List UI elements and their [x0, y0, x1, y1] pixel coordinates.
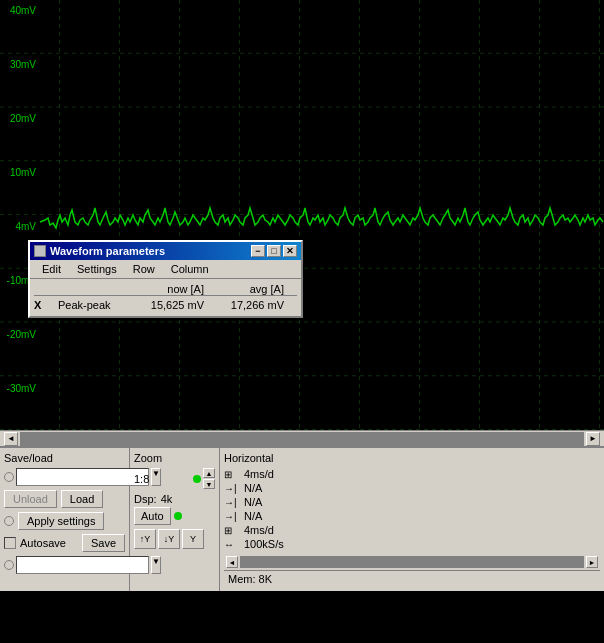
zoom-ratio-value: 1:8 — [134, 473, 191, 485]
zoom-down-button[interactable]: ▼ — [203, 479, 215, 489]
save-load-label: Save/load — [4, 452, 125, 464]
header-now: now [A] — [128, 283, 208, 295]
auto-indicator — [174, 512, 182, 520]
h-row-3: →| N/A — [224, 496, 600, 508]
h-scroll-right-button[interactable]: ► — [586, 556, 598, 568]
menu-row[interactable]: Row — [125, 262, 163, 276]
scroll-right-button[interactable]: ► — [586, 432, 600, 446]
table-row: X Peak-peak 15,625 mV 17,266 mV — [34, 298, 297, 312]
y-label-40mv: 40mV — [10, 5, 36, 16]
row-avg-val: 17,266 mV — [208, 299, 288, 311]
scope-display: 40mV 30mV 20mV 10mV 4mV -10mV -20mV -30m… — [0, 0, 604, 430]
h-row-2: →| N/A — [224, 482, 600, 494]
bottom-radio[interactable] — [4, 560, 14, 570]
mem-label: Mem: 8K — [228, 573, 272, 585]
save-input-row: ▼ — [4, 468, 125, 486]
bottom-input-row: ▼ — [4, 556, 125, 574]
trigger-c-icon[interactable]: Y — [182, 529, 204, 549]
dsp-value: 4k — [161, 493, 173, 505]
autosave-checkbox[interactable] — [4, 537, 16, 549]
menu-settings[interactable]: Settings — [69, 262, 125, 276]
save-button[interactable]: Save — [82, 534, 125, 552]
dsp-row: Dsp: 4k — [134, 493, 215, 505]
unload-button[interactable]: Unload — [4, 490, 57, 508]
h-row-6: ↔ 100kS/s — [224, 538, 600, 550]
trigger-b-icon[interactable]: ↓Y — [158, 529, 180, 549]
dialog-title: Waveform parameters — [50, 245, 165, 257]
dialog-icon — [34, 245, 46, 257]
zoom-ratio-row: 1:8 ▲ ▼ — [134, 468, 215, 489]
header-avg: avg [A] — [208, 283, 288, 295]
h-row-1: ⊞ 4ms/d — [224, 468, 600, 480]
h-value-1: 4ms/d — [244, 468, 274, 480]
autosave-label: Autosave — [20, 537, 66, 549]
h-row-4: →| N/A — [224, 510, 600, 522]
h-row-5: ⊞ 4ms/d — [224, 524, 600, 536]
h-value-5: 4ms/d — [244, 524, 274, 536]
menu-edit[interactable]: Edit — [34, 262, 69, 276]
apply-radio[interactable] — [4, 516, 14, 526]
h-value-4: N/A — [244, 510, 262, 522]
table-header: now [A] avg [A] — [34, 283, 297, 296]
h-icon-6: ↔ — [224, 539, 240, 550]
h-icon-2: →| — [224, 483, 240, 494]
horizontal-section: Horizontal ⊞ 4ms/d →| N/A →| N/A →| N/A … — [220, 448, 604, 591]
close-button[interactable]: ✕ — [283, 245, 297, 257]
menu-column[interactable]: Column — [163, 262, 217, 276]
controls-area: Save/load ▼ Unload Load Apply settings A… — [0, 446, 604, 591]
y-label-neg30mv: -30mV — [7, 383, 37, 394]
h-icon-3: →| — [224, 497, 240, 508]
h-icon-1: ⊞ — [224, 469, 240, 480]
autosave-row: Autosave Save — [4, 534, 125, 552]
load-button[interactable]: Load — [61, 490, 103, 508]
row-name: Peak-peak — [58, 299, 128, 311]
h-value-2: N/A — [244, 482, 262, 494]
y-label-4mv: 4mV — [15, 221, 36, 232]
auto-row: Auto — [134, 507, 215, 525]
save-load-section: Save/load ▼ Unload Load Apply settings A… — [0, 448, 130, 591]
auto-button[interactable]: Auto — [134, 507, 171, 525]
horizontal-label: Horizontal — [224, 452, 600, 464]
row-now-val: 15,625 mV — [128, 299, 208, 311]
zoom-up-button[interactable]: ▲ — [203, 468, 215, 478]
apply-row: Apply settings — [4, 512, 125, 530]
zoom-section: Zoom 1:8 ▲ ▼ Dsp: 4k Auto ↑Y ↓Y Y — [130, 448, 220, 591]
dialog-titlebar: Waveform parameters − □ ✕ — [30, 242, 301, 260]
dsp-label: Dsp: — [134, 493, 157, 505]
unload-load-row: Unload Load — [4, 490, 125, 508]
trigger-a-icon[interactable]: ↑Y — [134, 529, 156, 549]
dialog-menubar: Edit Settings Row Column — [30, 260, 301, 279]
scroll-left-button[interactable]: ◄ — [4, 432, 18, 446]
save-radio[interactable] — [4, 472, 14, 482]
h-scroll-bottom: ◄ ► — [224, 554, 600, 570]
h-scroll-track[interactable] — [240, 556, 584, 568]
y-label-20mv: 20mV — [10, 113, 36, 124]
h-scroll-left-button[interactable]: ◄ — [226, 556, 238, 568]
restore-button[interactable]: □ — [267, 245, 281, 257]
h-value-3: N/A — [244, 496, 262, 508]
dialog-content: now [A] avg [A] X Peak-peak 15,625 mV 17… — [30, 279, 301, 316]
row-marker: X — [34, 299, 58, 311]
y-label-10mv: 10mV — [10, 167, 36, 178]
h-value-6: 100kS/s — [244, 538, 284, 550]
h-icon-4: →| — [224, 511, 240, 522]
waveform-dialog: Waveform parameters − □ ✕ Edit Settings … — [28, 240, 303, 318]
y-label-30mv: 30mV — [10, 59, 36, 70]
scope-scrollbar: ◄ ► — [0, 430, 604, 446]
y-label-neg20mv: -20mV — [7, 329, 37, 340]
zoom-label: Zoom — [134, 452, 215, 464]
mem-row: Mem: 8K — [224, 570, 600, 587]
icon-btn-row: ↑Y ↓Y Y — [134, 529, 215, 549]
apply-button[interactable]: Apply settings — [18, 512, 104, 530]
scroll-track[interactable] — [20, 432, 584, 446]
zoom-indicator — [193, 475, 201, 483]
h-icon-5: ⊞ — [224, 525, 240, 536]
minimize-button[interactable]: − — [251, 245, 265, 257]
